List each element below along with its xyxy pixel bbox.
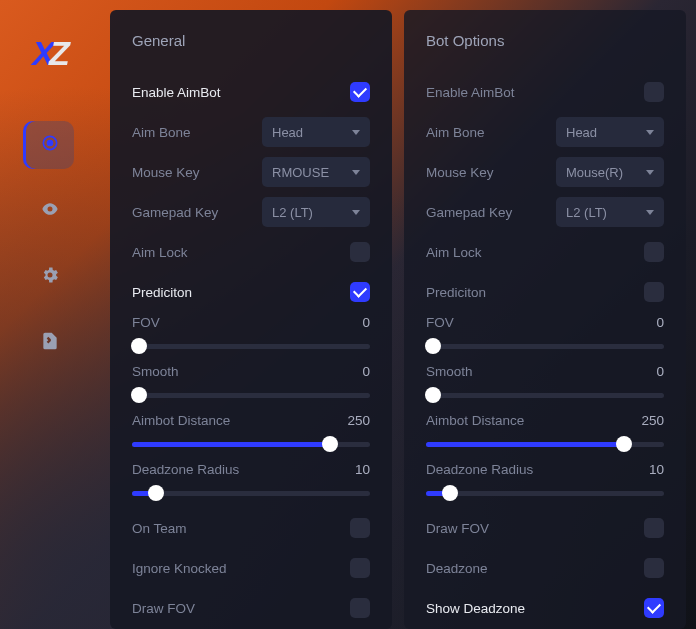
slider-thumb[interactable] — [442, 485, 458, 501]
setting-label: On Team — [132, 521, 187, 536]
setting-label: Aim Bone — [426, 125, 485, 140]
chevron-down-icon — [352, 130, 360, 135]
sidebar-items — [26, 121, 74, 367]
setting-row: Mouse Key Mouse(R) — [426, 155, 664, 189]
slider-row: Aimbot Distance 250 — [132, 413, 370, 452]
logo: X Z — [32, 34, 67, 73]
slider-fill — [426, 442, 624, 447]
slider-row: Deadzone Radius 10 — [132, 462, 370, 501]
select-value: Head — [272, 125, 303, 140]
select-value: Head — [566, 125, 597, 140]
file-nav-button[interactable] — [26, 319, 74, 367]
target-nav-button[interactable] — [26, 121, 74, 169]
slider-thumb[interactable] — [131, 338, 147, 354]
checkbox[interactable] — [350, 558, 370, 578]
sidebar: X Z — [0, 0, 100, 629]
checkbox[interactable] — [350, 518, 370, 538]
slider-thumb[interactable] — [425, 387, 441, 403]
checkbox[interactable] — [350, 242, 370, 262]
slider-label: Aimbot Distance — [132, 413, 230, 428]
select-dropdown[interactable]: Head — [556, 117, 664, 147]
slider-value: 250 — [641, 413, 664, 428]
slider-row: FOV 0 — [426, 315, 664, 354]
select-dropdown[interactable]: RMOUSE — [262, 157, 370, 187]
slider-label: Deadzone Radius — [426, 462, 533, 477]
setting-row: Show Deadzone — [426, 591, 664, 625]
select-value: L2 (LT) — [566, 205, 607, 220]
slider-track — [132, 344, 370, 349]
slider-thumb[interactable] — [616, 436, 632, 452]
checkbox[interactable] — [644, 282, 664, 302]
slider[interactable] — [132, 436, 370, 452]
eye-icon — [40, 199, 60, 223]
slider-thumb[interactable] — [425, 338, 441, 354]
checkbox[interactable] — [644, 82, 664, 102]
slider-track — [132, 393, 370, 398]
checkbox[interactable] — [644, 598, 664, 618]
setting-row: Gamepad Key L2 (LT) — [426, 195, 664, 229]
select-dropdown[interactable]: L2 (LT) — [262, 197, 370, 227]
slider[interactable] — [132, 338, 370, 354]
slider-label: FOV — [132, 315, 160, 330]
slider[interactable] — [132, 485, 370, 501]
slider-label: FOV — [426, 315, 454, 330]
setting-label: Aim Bone — [132, 125, 191, 140]
slider-value: 250 — [347, 413, 370, 428]
slider-thumb[interactable] — [148, 485, 164, 501]
setting-label: Draw FOV — [426, 521, 489, 536]
setting-row: Gamepad Key L2 (LT) — [132, 195, 370, 229]
setting-row: Aim Lock — [426, 235, 664, 269]
select-dropdown[interactable]: Mouse(R) — [556, 157, 664, 187]
checkbox[interactable] — [644, 558, 664, 578]
setting-label: Mouse Key — [132, 165, 200, 180]
chevron-down-icon — [352, 170, 360, 175]
slider-label: Smooth — [426, 364, 473, 379]
bot-options-panel: Bot Options Enable AimBot Aim Bone Head … — [404, 10, 686, 629]
setting-label: Aim Lock — [132, 245, 188, 260]
setting-label: Gamepad Key — [132, 205, 218, 220]
setting-label: Gamepad Key — [426, 205, 512, 220]
select-dropdown[interactable]: L2 (LT) — [556, 197, 664, 227]
slider[interactable] — [132, 387, 370, 403]
chevron-down-icon — [352, 210, 360, 215]
gear-nav-button[interactable] — [26, 253, 74, 301]
setting-row: Aim Bone Head — [426, 115, 664, 149]
setting-row: Prediciton — [132, 275, 370, 309]
slider-thumb[interactable] — [322, 436, 338, 452]
slider-row: Smooth 0 — [132, 364, 370, 403]
slider-value: 10 — [355, 462, 370, 477]
slider-thumb[interactable] — [131, 387, 147, 403]
logo-z: Z — [49, 34, 68, 73]
setting-label: Draw FOV — [132, 601, 195, 616]
general-panel: General Enable AimBot Aim Bone Head Mous… — [110, 10, 392, 629]
slider-label: Deadzone Radius — [132, 462, 239, 477]
checkbox[interactable] — [350, 82, 370, 102]
slider-row: FOV 0 — [132, 315, 370, 354]
setting-label: Aim Lock — [426, 245, 482, 260]
slider[interactable] — [426, 387, 664, 403]
setting-label: Deadzone — [426, 561, 488, 576]
chevron-down-icon — [646, 210, 654, 215]
select-value: L2 (LT) — [272, 205, 313, 220]
setting-label: Ignore Knocked — [132, 561, 227, 576]
slider-track — [132, 491, 370, 496]
slider[interactable] — [426, 485, 664, 501]
chevron-down-icon — [646, 130, 654, 135]
checkbox[interactable] — [644, 518, 664, 538]
setting-row: Draw FOV — [426, 511, 664, 545]
slider-row: Aimbot Distance 250 — [426, 413, 664, 452]
checkbox[interactable] — [350, 282, 370, 302]
gear-icon — [40, 265, 60, 289]
chevron-down-icon — [646, 170, 654, 175]
eye-nav-button[interactable] — [26, 187, 74, 235]
slider[interactable] — [426, 338, 664, 354]
setting-label: Prediciton — [426, 285, 486, 300]
slider-fill — [132, 442, 330, 447]
setting-row: Draw FOV — [132, 591, 370, 625]
setting-row: Mouse Key RMOUSE — [132, 155, 370, 189]
panel-title: Bot Options — [426, 32, 664, 49]
slider[interactable] — [426, 436, 664, 452]
select-dropdown[interactable]: Head — [262, 117, 370, 147]
checkbox[interactable] — [350, 598, 370, 618]
checkbox[interactable] — [644, 242, 664, 262]
